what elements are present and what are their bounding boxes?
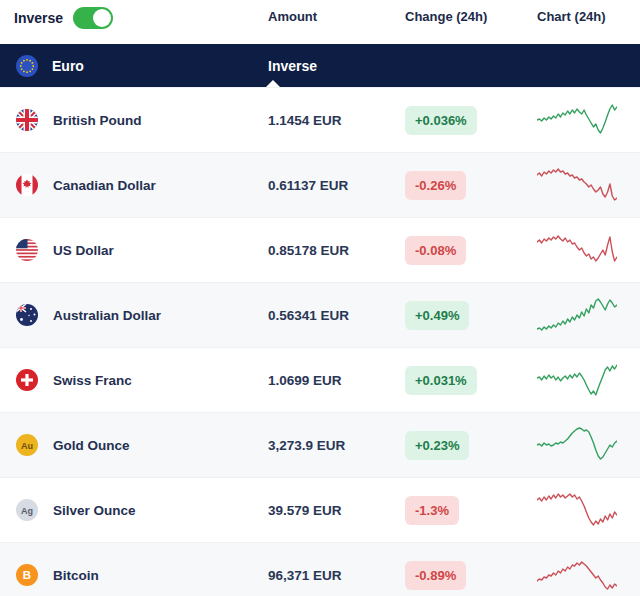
table-row[interactable]: B Bitcoin 96,371 EUR -0.89% bbox=[0, 542, 640, 596]
inverse-control: Inverse bbox=[0, 5, 268, 29]
table-row[interactable]: US Dollar 0.85178 EUR -0.08% bbox=[0, 217, 640, 282]
change-badge: -0.26% bbox=[405, 171, 466, 200]
amount-value: 0.61137 EUR bbox=[268, 178, 405, 193]
change-badge: +0.49% bbox=[405, 301, 469, 330]
currency-name: Gold Ounce bbox=[53, 438, 130, 453]
base-currency-bar: Euro Inverse bbox=[0, 44, 640, 87]
eu-flag-icon bbox=[16, 55, 38, 77]
amount-value: 1.1454 EUR bbox=[268, 113, 405, 128]
change-badge: -0.89% bbox=[405, 561, 466, 590]
amount-value: 0.56341 EUR bbox=[268, 308, 405, 323]
currency-name: British Pound bbox=[53, 113, 142, 128]
table-row[interactable]: Canadian Dollar 0.61137 EUR -0.26% bbox=[0, 152, 640, 217]
sparkline-chart bbox=[537, 553, 617, 596]
currency-name: US Dollar bbox=[53, 243, 114, 258]
column-header-chart: Chart (24h) bbox=[537, 5, 640, 24]
ca-flag-icon bbox=[16, 174, 38, 196]
table-header: Inverse Amount Change (24h) Chart (24h) bbox=[0, 0, 640, 44]
column-header-change: Change (24h) bbox=[405, 5, 537, 24]
column-header-amount: Amount bbox=[268, 5, 405, 24]
change-badge: -1.3% bbox=[405, 496, 459, 525]
svg-text:B: B bbox=[23, 569, 31, 581]
us-flag-icon bbox=[16, 239, 38, 261]
change-badge: +0.23% bbox=[405, 431, 469, 460]
svg-text:Ag: Ag bbox=[21, 506, 33, 516]
selected-column-caret bbox=[266, 80, 280, 87]
gold-icon: Au bbox=[16, 434, 38, 456]
table-row[interactable]: British Pound 1.1454 EUR +0.036% bbox=[0, 87, 640, 152]
amount-value: 3,273.9 EUR bbox=[268, 438, 405, 453]
base-inverse-label: Inverse bbox=[268, 58, 405, 74]
amount-value: 0.85178 EUR bbox=[268, 243, 405, 258]
inverse-toggle[interactable] bbox=[73, 7, 113, 29]
table-row[interactable]: Au Gold Ounce 3,273.9 EUR +0.23% bbox=[0, 412, 640, 477]
amount-value: 39.579 EUR bbox=[268, 503, 405, 518]
amount-value: 1.0699 EUR bbox=[268, 373, 405, 388]
svg-text:Au: Au bbox=[21, 441, 33, 451]
currency-rows: British Pound 1.1454 EUR +0.036% Canadia… bbox=[0, 87, 640, 596]
table-row[interactable]: Swiss Franc 1.0699 EUR +0.031% bbox=[0, 347, 640, 412]
sparkline-chart bbox=[537, 423, 617, 467]
sparkline-chart bbox=[537, 163, 617, 207]
base-currency-name: Euro bbox=[52, 58, 84, 74]
amount-value: 96,371 EUR bbox=[268, 568, 405, 583]
sparkline-chart bbox=[537, 293, 617, 337]
toggle-knob-icon bbox=[93, 9, 111, 27]
bitcoin-icon: B bbox=[16, 564, 38, 586]
sparkline-chart bbox=[537, 488, 617, 532]
currency-name: Silver Ounce bbox=[53, 503, 136, 518]
currency-name: Canadian Dollar bbox=[53, 178, 156, 193]
ch-flag-icon bbox=[16, 369, 38, 391]
sparkline-chart bbox=[537, 228, 617, 272]
inverse-label: Inverse bbox=[14, 10, 63, 26]
change-badge: -0.08% bbox=[405, 236, 466, 265]
uk-flag-icon bbox=[16, 109, 38, 131]
currency-name: Bitcoin bbox=[53, 568, 99, 583]
sparkline-chart bbox=[537, 358, 617, 402]
currency-name: Swiss Franc bbox=[53, 373, 132, 388]
change-badge: +0.031% bbox=[405, 366, 477, 395]
table-row[interactable]: Ag Silver Ounce 39.579 EUR -1.3% bbox=[0, 477, 640, 542]
currency-name: Australian Dollar bbox=[53, 308, 161, 323]
au-flag-icon bbox=[16, 304, 38, 326]
change-badge: +0.036% bbox=[405, 106, 477, 135]
table-row[interactable]: Australian Dollar 0.56341 EUR +0.49% bbox=[0, 282, 640, 347]
silver-icon: Ag bbox=[16, 499, 38, 521]
sparkline-chart bbox=[537, 98, 617, 142]
